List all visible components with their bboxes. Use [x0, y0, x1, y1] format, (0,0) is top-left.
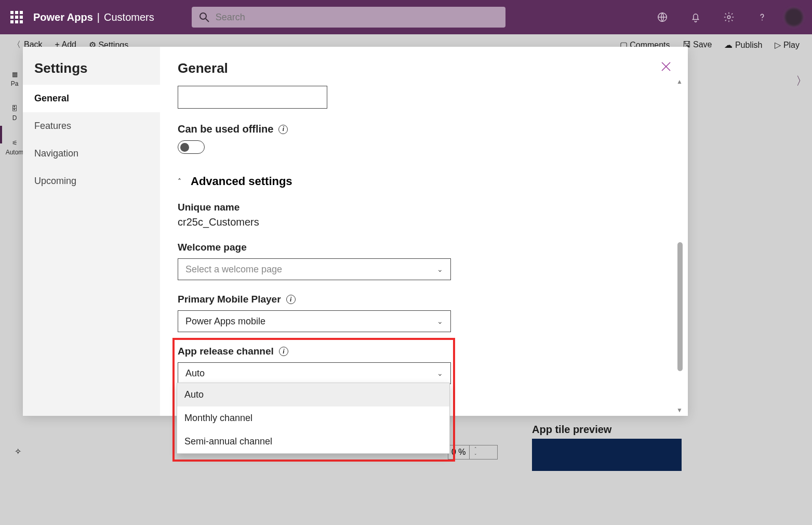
advanced-settings-header[interactable]: ˄ Advanced settings — [178, 175, 660, 188]
info-icon[interactable]: i — [279, 347, 288, 356]
primary-player-label: Primary Mobile Player i — [178, 294, 660, 305]
svg-point-0 — [200, 13, 206, 19]
release-channel-select[interactable]: Auto ⌄ — [178, 362, 451, 384]
notifications-icon[interactable] — [684, 6, 707, 29]
info-icon[interactable]: i — [278, 125, 288, 134]
release-option-auto[interactable]: Auto — [177, 383, 449, 406]
close-icon — [660, 60, 672, 73]
settings-gear-icon[interactable] — [717, 6, 740, 29]
search-icon — [199, 12, 209, 22]
svg-line-1 — [206, 19, 209, 22]
nav-upcoming[interactable]: Upcoming — [23, 167, 160, 195]
primary-player-select[interactable]: Power Apps mobile ⌄ — [178, 310, 451, 332]
welcome-page-select[interactable]: Select a welcome page ⌄ — [178, 258, 451, 280]
suite-header: Power Apps|Customers — [0, 0, 812, 34]
release-option-semi-annual[interactable]: Semi-annual channel — [177, 430, 449, 453]
unique-name-label: Unique name — [178, 202, 660, 213]
close-button[interactable] — [658, 58, 674, 75]
settings-title: Settings — [23, 47, 160, 85]
user-avatar[interactable] — [784, 7, 804, 27]
unique-name-value: cr25c_Customers — [178, 216, 660, 228]
nav-general[interactable]: General — [23, 85, 160, 112]
general-heading: General — [178, 60, 667, 76]
search-input[interactable] — [216, 12, 498, 23]
settings-content: General ▲ Can be used offline i ˄ Advanc… — [160, 47, 688, 416]
product-title: Power Apps|Customers — [33, 11, 154, 23]
release-channel-dropdown: Auto Monthly channel Semi-annual channel — [177, 383, 450, 454]
search-box[interactable] — [192, 7, 505, 28]
svg-point-4 — [762, 20, 763, 21]
settings-nav: Settings General Features Navigation Upc… — [23, 47, 160, 416]
settings-dialog: Settings General Features Navigation Upc… — [23, 47, 688, 416]
scroll-up-arrow[interactable]: ▲ — [676, 78, 683, 85]
description-textarea[interactable] — [178, 86, 327, 109]
chevron-up-icon: ˄ — [178, 177, 181, 186]
welcome-page-label: Welcome page — [178, 242, 660, 253]
environment-icon[interactable] — [651, 6, 674, 29]
release-channel-label: App release channel i — [178, 346, 660, 357]
app-launcher-icon[interactable] — [0, 0, 33, 34]
scrollbar-thumb[interactable] — [677, 242, 683, 371]
chevron-down-icon: ⌄ — [437, 369, 443, 377]
info-icon[interactable]: i — [286, 295, 296, 304]
svg-point-3 — [727, 16, 730, 19]
help-icon[interactable] — [751, 6, 774, 29]
nav-features[interactable]: Features — [23, 112, 160, 140]
release-option-monthly[interactable]: Monthly channel — [177, 406, 449, 430]
nav-navigation[interactable]: Navigation — [23, 140, 160, 167]
chevron-down-icon: ⌄ — [437, 317, 443, 325]
offline-toggle[interactable] — [178, 140, 205, 154]
offline-label: Can be used offline i — [178, 123, 660, 135]
scroll-down-arrow[interactable]: ▼ — [676, 406, 683, 414]
chevron-down-icon: ⌄ — [437, 265, 443, 273]
